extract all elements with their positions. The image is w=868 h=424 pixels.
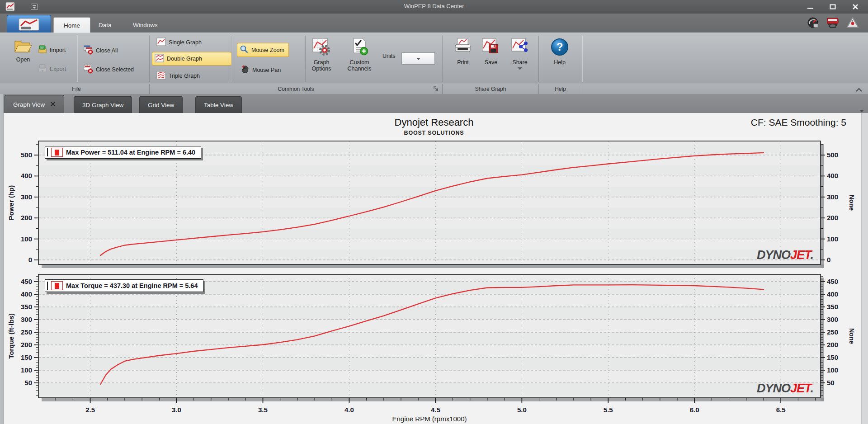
legend-swatch: [51, 281, 63, 290]
svg-text:500: 500: [21, 151, 32, 159]
ribbon-group-strip: File Common Tools Share Graph Help: [0, 84, 868, 94]
svg-text:200: 200: [21, 341, 32, 349]
close-tab-icon[interactable]: [50, 101, 56, 108]
ribbon-tab-data[interactable]: Data: [89, 17, 122, 33]
svg-text:None: None: [848, 328, 855, 344]
svg-text:0: 0: [827, 256, 830, 264]
svg-text:Power (hp): Power (hp): [7, 185, 15, 221]
dynojet-watermark: DYNOJET.: [757, 248, 813, 262]
help-button[interactable]: ? Help: [548, 38, 571, 66]
svg-text:5.0: 5.0: [517, 406, 527, 414]
triple-graph-button[interactable]: Triple Graph: [154, 69, 204, 83]
share-icon: [511, 38, 529, 58]
svg-text:100: 100: [827, 366, 838, 374]
svg-text:300: 300: [827, 193, 838, 201]
tab-grid-view[interactable]: Grid View: [139, 96, 183, 113]
ribbon-tabrow: Home Data Windows: [0, 14, 868, 33]
svg-text:6.5: 6.5: [776, 406, 786, 414]
maximize-button[interactable]: [824, 2, 842, 12]
import-button[interactable]: Import: [38, 45, 66, 55]
mouse-zoom-button[interactable]: Mouse Zoom: [237, 43, 289, 57]
legend-swatch: [51, 148, 63, 157]
svg-text:5.5: 5.5: [604, 406, 613, 414]
dyno-device-icon[interactable]: [826, 16, 839, 31]
svg-text:400: 400: [827, 172, 838, 179]
titlebar-tool-icons: [807, 16, 859, 31]
svg-text:200: 200: [21, 214, 32, 221]
svg-text:100: 100: [21, 235, 32, 243]
close-selected-icon: [83, 64, 93, 75]
custom-channels-icon: [350, 38, 369, 58]
svg-text:100: 100: [827, 235, 838, 243]
save-button[interactable]: Save: [479, 38, 503, 66]
ribbon-separator: [149, 36, 150, 82]
export-button[interactable]: Export: [38, 64, 66, 74]
torque-chart[interactable]: 5050100100150150200200250250300300350350…: [0, 269, 868, 424]
graph-options-icon: [312, 38, 331, 58]
torque-legend: Max Torque = 437.30 at Engine RPM = 5.64: [45, 279, 203, 292]
ribbon-separator: [442, 36, 443, 82]
open-button[interactable]: Open: [8, 38, 38, 63]
svg-text:100: 100: [21, 366, 32, 374]
ribbon-tab-home[interactable]: Home: [53, 17, 90, 33]
close-all-icon: [83, 45, 93, 56]
warning-triangle-icon[interactable]: [846, 16, 859, 31]
graph-subtitle: BOOST SOLUTIONS: [0, 130, 868, 136]
minimize-button[interactable]: [801, 2, 819, 12]
winpep-window: WinPEP 8 Data Center Home Data Windows: [0, 0, 868, 424]
winpep-logo-icon: [17, 18, 41, 31]
svg-text:400: 400: [21, 172, 32, 179]
graph-options-button[interactable]: Graph Options: [307, 38, 336, 72]
print-button[interactable]: Print: [451, 38, 475, 66]
gauge-icon[interactable]: [807, 16, 819, 31]
svg-text:0: 0: [28, 256, 32, 264]
tab-3d-graph-view[interactable]: 3D Graph View: [74, 96, 132, 113]
units-dropdown[interactable]: [401, 52, 435, 65]
svg-text:150: 150: [21, 353, 32, 361]
ribbon-separator: [305, 36, 306, 82]
svg-text:300: 300: [21, 193, 32, 201]
svg-text:300: 300: [827, 316, 838, 323]
mouse-pan-icon: [241, 65, 250, 75]
mouse-zoom-icon: [240, 45, 249, 55]
svg-text:300: 300: [21, 316, 32, 323]
window-title: WinPEP 8 Data Center: [0, 3, 868, 9]
tab-graph-view[interactable]: Graph View: [5, 95, 64, 113]
mouse-pan-button[interactable]: Mouse Pan: [238, 63, 285, 77]
svg-text:400: 400: [21, 290, 32, 298]
dialog-launcher-icon[interactable]: [433, 86, 439, 94]
group-label-help: Help: [539, 84, 582, 94]
chevron-down-icon: [416, 57, 421, 61]
svg-text:3.0: 3.0: [172, 406, 181, 414]
custom-channels-button[interactable]: Custom Channels: [344, 38, 374, 72]
group-label-file: File: [4, 84, 150, 94]
double-graph-icon: [155, 54, 164, 64]
svg-text:None: None: [848, 195, 855, 211]
svg-text:500: 500: [827, 151, 838, 159]
svg-text:200: 200: [827, 341, 838, 349]
svg-text:400: 400: [827, 290, 838, 298]
single-graph-button[interactable]: Single Graph: [154, 36, 206, 49]
double-graph-button[interactable]: Double Graph: [152, 52, 231, 66]
application-menu-button[interactable]: [7, 15, 51, 33]
close-button[interactable]: [846, 2, 864, 12]
close-selected-button[interactable]: Close Selected: [83, 64, 134, 75]
share-button[interactable]: Share: [508, 38, 532, 70]
close-all-button[interactable]: Close All: [83, 45, 118, 56]
group-label-share-graph: Share Graph: [443, 84, 539, 94]
ribbon-tab-windows[interactable]: Windows: [123, 17, 168, 33]
svg-text:450: 450: [827, 278, 838, 285]
export-csv-icon: [38, 64, 47, 74]
svg-text:450: 450: [21, 278, 32, 285]
tab-table-view[interactable]: Table View: [195, 96, 242, 113]
svg-text:250: 250: [21, 328, 32, 336]
svg-text:150: 150: [827, 353, 838, 361]
svg-text:250: 250: [827, 328, 838, 336]
correction-factor-label: CF: SAE Smoothing: 5: [751, 117, 846, 128]
view-tabbar: Graph View 3D Graph View Grid View Table…: [0, 94, 868, 113]
ribbon: Open Import Export Close All Close Selec…: [0, 33, 868, 94]
collapse-ribbon-icon[interactable]: [855, 86, 863, 94]
ribbon-separator: [77, 36, 77, 82]
units-label: Units: [382, 53, 395, 59]
single-graph-icon: [156, 38, 166, 47]
